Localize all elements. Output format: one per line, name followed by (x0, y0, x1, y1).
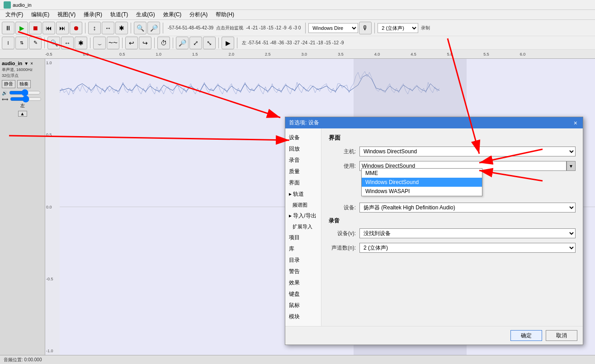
rec-device-wrapper: 没找到设备 (359, 228, 576, 238)
dialog-sidebar: 设备 回放 录音 质量 界面 ▸ 轨道 频谱图 ▸ 导入/导出 扩展导入 项目 … (285, 128, 321, 326)
dialog-title-text: 首选项: 设备 (289, 119, 319, 127)
sidebar-item-library[interactable]: 库 (285, 243, 321, 255)
device-select-wrapper: 扬声器 (Realtek High Definition Audio) (359, 203, 576, 213)
rec-device-select[interactable]: 没找到设备 (359, 228, 576, 238)
cancel-button[interactable]: 取消 (546, 330, 577, 341)
option-mme[interactable]: MME (362, 169, 482, 178)
app-window: audio_in 文件(F) 编辑(E) 视图(V) 播录(R) 轨道(T) 生… (0, 0, 595, 364)
sidebar-item-modules[interactable]: 模块 (285, 311, 321, 322)
dialog-body: 设备 回放 录音 质量 界面 ▸ 轨道 频谱图 ▸ 导入/导出 扩展导入 项目 … (285, 128, 583, 326)
sidebar-item-interface[interactable]: 界面 (285, 177, 321, 189)
host-field-row: 主机: Windows DirectSound (329, 147, 576, 156)
sidebar-item-tracks[interactable]: ▸ 轨道 (285, 189, 321, 200)
device-field-row: 设备: 扬声器 (Realtek High Definition Audio) (329, 203, 576, 213)
dialog-footer: 确定 取消 (285, 326, 583, 345)
sidebar-item-keyboard[interactable]: 键盘 (285, 288, 321, 300)
sidebar-item-quality[interactable]: 质量 (285, 166, 321, 177)
use-dropdown-arrow[interactable]: ▼ (567, 161, 576, 171)
rec-channels-select[interactable]: 2 (立体声) (359, 243, 576, 253)
sidebar-item-recording[interactable]: 录音 (285, 155, 321, 166)
dialog-title-bar: 首选项: 设备 × (285, 117, 583, 128)
rec-device-label: 设备(v): (329, 230, 356, 237)
sidebar-item-extended-import[interactable]: 扩展导入 (285, 222, 321, 232)
sidebar-item-playback[interactable]: 回放 (285, 143, 321, 155)
rec-channels-label: 声道数(n): (329, 244, 356, 252)
dialog-content: 界面 主机: Windows DirectSound 使用: (321, 128, 583, 326)
sidebar-item-warning[interactable]: 警告 (285, 266, 321, 277)
host-select-wrapper: Windows DirectSound (359, 147, 576, 156)
use-label: 使用: (329, 162, 356, 170)
sidebar-item-project[interactable]: 项目 (285, 232, 321, 243)
svg-line-4 (18, 32, 280, 118)
rec-channels-field-row: 声道数(n): 2 (立体声) (329, 243, 576, 253)
host-select-dialog[interactable]: Windows DirectSound (359, 147, 576, 156)
dialog-close-button[interactable]: × (572, 119, 579, 127)
preferences-dialog: 首选项: 设备 × 设备 回放 录音 质量 界面 ▸ 轨道 频谱图 ▸ 导入/导… (285, 117, 583, 345)
sidebar-item-device[interactable]: 设备 (285, 132, 321, 143)
svg-line-8 (9, 136, 289, 140)
option-directsound[interactable]: Windows DirectSound (362, 178, 482, 187)
device-select[interactable]: 扬声器 (Realtek High Definition Audio) (359, 203, 576, 213)
playback-section-title: 界面 (329, 134, 576, 142)
use-dropdown-list: MME Windows DirectSound Windows WASAPI (361, 168, 482, 196)
sidebar-item-directory[interactable]: 目录 (285, 255, 321, 266)
confirm-button[interactable]: 确定 (510, 330, 542, 341)
option-wasapi[interactable]: Windows WASAPI (362, 187, 482, 196)
sidebar-item-mouse[interactable]: 鼠标 (285, 300, 321, 311)
sidebar-item-spectrogram[interactable]: 频谱图 (285, 200, 321, 210)
sidebar-item-import-export[interactable]: ▸ 导入/导出 (285, 210, 321, 222)
rec-device-field-row: 设备(v): 没找到设备 (329, 228, 576, 238)
device-label: 设备: (329, 204, 356, 212)
host-label: 主机: (329, 148, 356, 156)
recording-section-title: 录音 (329, 217, 576, 225)
rec-channels-wrapper: 2 (立体声) (359, 243, 576, 253)
dialog-overlay: 首选项: 设备 × 设备 回放 录音 质量 界面 ▸ 轨道 频谱图 ▸ 导入/导… (0, 0, 595, 364)
sidebar-item-effects[interactable]: 效果 (285, 277, 321, 288)
